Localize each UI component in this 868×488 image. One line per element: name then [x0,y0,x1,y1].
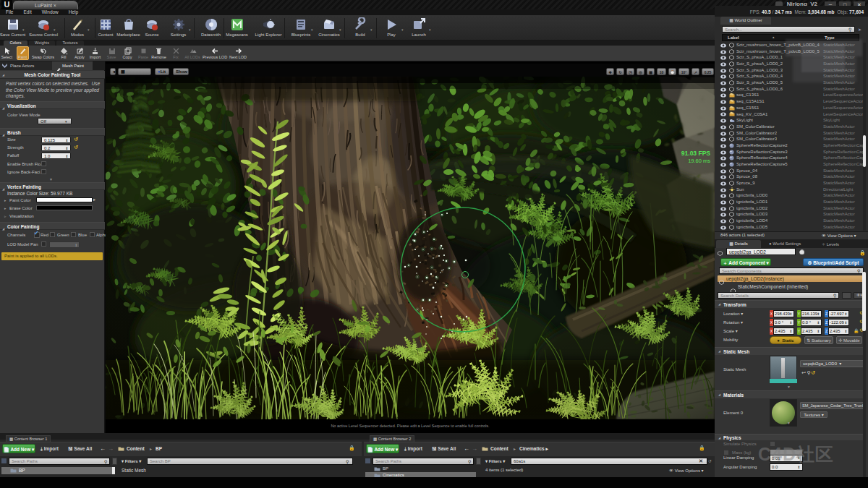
svg-text:19.60 ms: 19.60 ms [688,158,710,164]
svg-text:91.03 FPS: 91.03 FPS [681,150,710,157]
